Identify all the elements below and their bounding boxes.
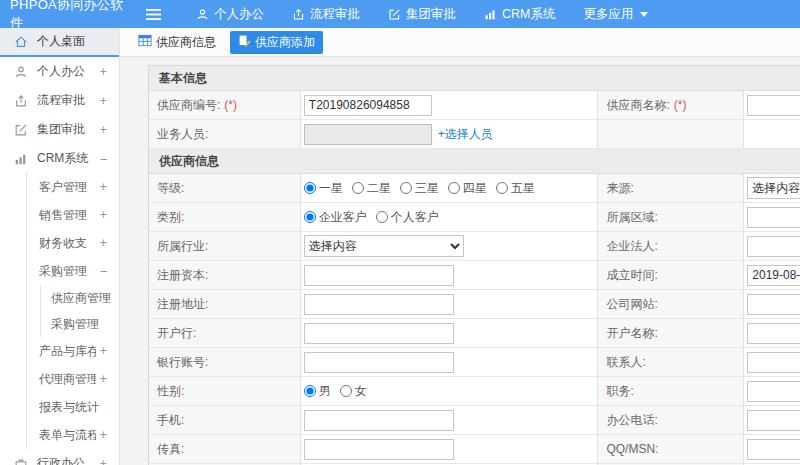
- bank-account-input[interactable]: [304, 352, 454, 373]
- established-date-input[interactable]: [747, 265, 800, 286]
- field-label: 业务人员:: [149, 120, 301, 149]
- radio-option[interactable]: 四星: [448, 180, 487, 197]
- nav-more-apps[interactable]: 更多应用: [583, 6, 648, 23]
- section-title-supplier-info: 供应商信息: [149, 149, 800, 174]
- expand-toggle[interactable]: +: [100, 180, 107, 194]
- expand-toggle[interactable]: +: [100, 123, 107, 137]
- table-icon: [138, 34, 152, 50]
- sidebar-item-product-inventory[interactable]: 产品与库存 +: [27, 337, 119, 365]
- field-label: 成立时间:: [598, 261, 744, 290]
- sidebar-item-agent-mgmt[interactable]: 代理商管理 +: [27, 365, 119, 393]
- content-area: 基本信息 供应商编号: (*) 供应商名称: (*) 业务人员:: [120, 57, 800, 465]
- expand-toggle[interactable]: +: [100, 236, 107, 250]
- radio-option[interactable]: 男: [304, 383, 331, 400]
- expand-toggle[interactable]: +: [100, 372, 107, 386]
- expand-toggle[interactable]: +: [100, 94, 107, 108]
- choose-person-link[interactable]: +选择人员: [438, 126, 493, 143]
- form-row: 手机: 办公电话:: [149, 406, 800, 435]
- upload-icon: [292, 8, 305, 21]
- form-row: 业务人员: +选择人员: [149, 120, 800, 149]
- field-label: 开户名称:: [598, 319, 744, 348]
- tab-supplier-add[interactable]: 供应商添加: [230, 31, 323, 54]
- sidebar-item-group-approval[interactable]: 集团审批 +: [0, 115, 119, 144]
- field-label: 手机:: [149, 406, 301, 435]
- expand-toggle[interactable]: +: [100, 457, 107, 465]
- field-label: 传真:: [149, 435, 301, 464]
- source-select[interactable]: 选择内容: [747, 177, 800, 199]
- field-label: 来源:: [598, 174, 744, 203]
- empty-field-cell: [744, 120, 800, 149]
- sidebar-item-customer-mgmt[interactable]: 客户管理 +: [27, 173, 119, 201]
- fax-input[interactable]: [304, 439, 454, 460]
- field-label: 联系人:: [598, 348, 744, 377]
- legal-person-input[interactable]: [747, 236, 800, 257]
- radio-option[interactable]: 一星: [304, 180, 343, 197]
- expand-toggle[interactable]: +: [100, 65, 107, 79]
- hamburger-icon[interactable]: [146, 6, 162, 22]
- field-label: 企业法人:: [598, 232, 744, 261]
- sidebar-item-personal-desktop[interactable]: 个人桌面: [0, 28, 119, 57]
- nav-personal-office[interactable]: 个人办公: [196, 6, 264, 23]
- sidebar-item-finance[interactable]: 财务收支 +: [27, 229, 119, 257]
- user-icon: [14, 64, 29, 79]
- field-label: 注册资本:: [149, 261, 301, 290]
- radio-option[interactable]: 女: [340, 383, 367, 400]
- supplier-no-input[interactable]: [304, 95, 432, 116]
- sidebar-item-workflow-approval[interactable]: 流程审批 +: [0, 86, 119, 115]
- form-row: 开户行: 开户名称:: [149, 319, 800, 348]
- qq-msn-input[interactable]: [747, 439, 800, 460]
- registered-capital-input[interactable]: [304, 265, 454, 286]
- field-label: 银行账号:: [149, 348, 301, 377]
- radio-option[interactable]: 二星: [352, 180, 391, 197]
- region-input[interactable]: [747, 207, 800, 228]
- field-label: 职务:: [598, 377, 744, 406]
- radio-option[interactable]: 个人客户: [376, 209, 439, 226]
- sidebar-item-sales-mgmt[interactable]: 销售管理 +: [27, 201, 119, 229]
- tab-supplier-info[interactable]: 供应商信息: [134, 31, 220, 54]
- office-phone-input[interactable]: [747, 410, 800, 431]
- nav-crm[interactable]: CRM系统: [484, 6, 555, 23]
- field-label: 供应商名称: (*): [598, 91, 744, 120]
- sidebar-item-admin-office[interactable]: 行政办公 +: [0, 449, 119, 465]
- field-label: 供应商编号: (*): [149, 91, 301, 120]
- form-row: 注册地址: 公司网站:: [149, 290, 800, 319]
- sidebar-item-supplier-mgmt[interactable]: 供应商管理: [41, 285, 119, 311]
- radio-option[interactable]: 三星: [400, 180, 439, 197]
- caret-down-icon: [640, 12, 648, 17]
- sidebar-item-purchase-mgmt[interactable]: 采购管理: [41, 311, 119, 337]
- sidebar-item-form-flow-settings[interactable]: 表单与流程设置 +: [27, 421, 119, 449]
- collapse-toggle[interactable]: −: [100, 152, 107, 166]
- sidebar-item-personal-office[interactable]: 个人办公 +: [0, 57, 119, 86]
- edit-add-icon: [238, 34, 251, 50]
- nav-workflow-approval[interactable]: 流程审批: [292, 6, 360, 23]
- sidebar-item-reports-stats[interactable]: 报表与统计: [27, 393, 119, 421]
- crm-submenu: 客户管理 + 销售管理 + 财务收支 + 采购管理 − 供应商管理 采购管理 产…: [26, 173, 119, 449]
- mobile-input[interactable]: [304, 410, 454, 431]
- required-marker: (*): [224, 98, 237, 112]
- sidebar: 个人桌面 个人办公 + 流程审批 + 集团审批 + CRM系统 − 客户管理 +…: [0, 28, 120, 465]
- form-row: 银行账号: 联系人:: [149, 348, 800, 377]
- sidebar-item-procurement-mgmt[interactable]: 采购管理 −: [27, 257, 119, 285]
- field-label: 办公电话:: [598, 406, 744, 435]
- nav-group-approval[interactable]: 集团审批: [388, 6, 456, 23]
- supplier-name-input[interactable]: [747, 95, 800, 116]
- account-name-input[interactable]: [747, 323, 800, 344]
- company-website-input[interactable]: [747, 294, 800, 315]
- radio-option[interactable]: 企业客户: [304, 209, 367, 226]
- bank-input[interactable]: [304, 323, 454, 344]
- contact-input[interactable]: [747, 352, 800, 373]
- chart-icon: [484, 8, 497, 21]
- radio-option[interactable]: 五星: [496, 180, 535, 197]
- form-row: 等级: 一星 二星 三星 四星 五星 来源: 选择内容: [149, 174, 800, 203]
- home-icon: [14, 34, 29, 49]
- expand-toggle[interactable]: +: [100, 428, 107, 442]
- registered-address-input[interactable]: [304, 294, 454, 315]
- industry-select[interactable]: 选择内容: [304, 235, 464, 257]
- collapse-toggle[interactable]: −: [100, 264, 107, 278]
- expand-toggle[interactable]: +: [100, 344, 107, 358]
- sidebar-item-crm[interactable]: CRM系统 −: [0, 144, 119, 173]
- expand-toggle[interactable]: +: [100, 208, 107, 222]
- procurement-submenu: 供应商管理 采购管理: [40, 285, 119, 337]
- user-icon: [196, 8, 209, 21]
- position-input[interactable]: [747, 381, 800, 402]
